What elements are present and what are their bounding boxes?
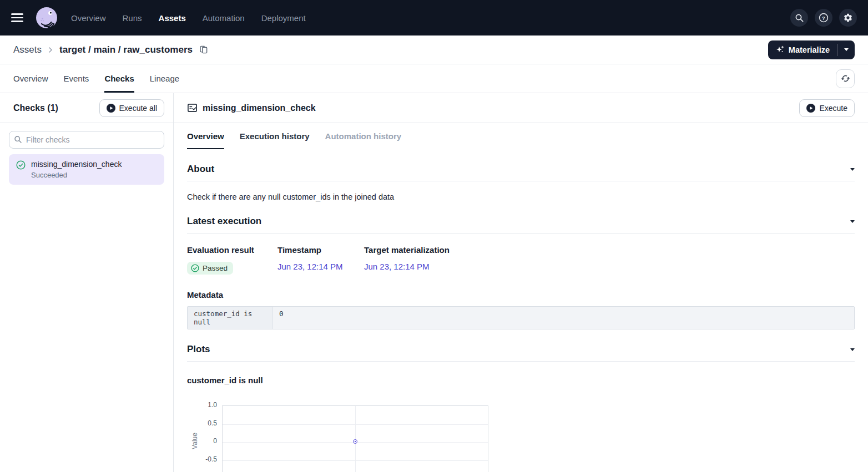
chevron-down-icon	[844, 48, 849, 51]
check-status: Succeeded	[31, 171, 122, 179]
breadcrumb-assets-link[interactable]: Assets	[13, 44, 42, 55]
materialize-button[interactable]: Materialize	[768, 40, 837, 59]
tab-lineage[interactable]: Lineage	[150, 64, 179, 93]
about-heading: About	[187, 164, 214, 175]
settings-button[interactable]	[839, 9, 857, 27]
asset-tabs-bar: Overview Events Checks Lineage	[0, 64, 868, 93]
subtab-execution-history[interactable]: Execution history	[240, 131, 310, 149]
execute-button[interactable]: Execute	[799, 99, 855, 117]
copy-icon	[199, 45, 209, 54]
metadata-value: 0	[272, 307, 854, 329]
execute-all-button[interactable]: Execute all	[99, 99, 164, 117]
check-name: missing_dimension_check	[31, 160, 122, 169]
y-tick: -0.5	[195, 455, 217, 463]
menu-icon[interactable]	[11, 13, 27, 22]
copy-button[interactable]	[199, 45, 209, 54]
target-materialization-link[interactable]: Jun 23, 12:14 PM	[364, 262, 430, 271]
svg-text:?: ?	[822, 15, 825, 21]
subtab-overview[interactable]: Overview	[187, 131, 224, 149]
breadcrumb-bar: Assets target / main / raw_customers Mat…	[0, 35, 868, 64]
latest-execution-heading: Latest execution	[187, 216, 261, 227]
check-detail-panel: missing_dimension_check Execute Overview…	[174, 93, 868, 472]
check-detail-tabs: Overview Execution history Automation hi…	[187, 123, 855, 149]
search-button[interactable]	[790, 9, 808, 27]
dagster-logo-icon[interactable]	[36, 7, 58, 29]
timestamp-label: Timestamp	[277, 245, 364, 255]
help-icon: ?	[819, 13, 829, 23]
metadata-heading: Metadata	[187, 290, 855, 300]
nav-item-deployment[interactable]: Deployment	[261, 13, 306, 23]
metadata-plot: Value 1.0 0.5 0 -0.5 -1.0 Jun 23, 12:14 …	[187, 400, 855, 472]
play-icon	[806, 104, 815, 113]
passed-badge: Passed	[187, 262, 233, 275]
main-nav: Overview Runs Assets Automation Deployme…	[71, 13, 306, 23]
subtab-automation-history[interactable]: Automation history	[325, 131, 402, 149]
search-icon	[14, 135, 22, 144]
nav-item-assets[interactable]: Assets	[159, 13, 186, 23]
collapse-latest-execution-icon[interactable]	[850, 220, 855, 223]
refresh-button[interactable]	[836, 69, 855, 88]
check-detail-title: missing_dimension_check	[203, 103, 316, 113]
collapse-plots-icon[interactable]	[850, 348, 855, 351]
tab-overview[interactable]: Overview	[13, 64, 48, 93]
help-button[interactable]: ?	[815, 9, 832, 27]
chevron-right-icon	[47, 46, 54, 54]
top-nav: Overview Runs Assets Automation Deployme…	[0, 0, 868, 35]
check-list-item[interactable]: missing_dimension_check Succeeded	[9, 154, 164, 185]
timestamp-link[interactable]: Jun 23, 12:14 PM	[277, 262, 343, 271]
tab-checks[interactable]: Checks	[104, 64, 134, 93]
evaluation-result-label: Evaluation result	[187, 245, 277, 255]
asset-key-path[interactable]: target / main / raw_customers	[59, 44, 193, 55]
data-point	[353, 439, 357, 444]
checks-sidebar: Checks (1) Execute all	[0, 93, 174, 472]
plot-area	[222, 405, 488, 472]
checks-count-title: Checks (1)	[13, 103, 58, 113]
plots-heading: Plots	[187, 344, 210, 355]
check-success-icon	[191, 264, 199, 272]
gear-icon	[843, 13, 853, 23]
y-tick: 1.0	[195, 401, 217, 409]
metadata-table: customer_id is null 0	[187, 306, 855, 329]
tab-events[interactable]: Events	[64, 64, 89, 93]
nav-item-automation[interactable]: Automation	[203, 13, 245, 23]
y-tick: 0.5	[195, 419, 217, 427]
nav-item-runs[interactable]: Runs	[123, 13, 142, 23]
metadata-key: customer_id is null	[188, 307, 272, 329]
y-tick: 0	[195, 437, 217, 445]
check-success-icon	[16, 160, 26, 170]
sparkle-icon	[776, 45, 784, 54]
search-icon	[795, 13, 804, 23]
checklist-icon	[187, 103, 198, 113]
check-description: Check if there are any null customer_ids…	[187, 192, 855, 201]
play-icon	[107, 104, 115, 113]
refresh-icon	[841, 74, 850, 83]
materialize-options-button[interactable]	[838, 40, 855, 59]
materialize-split-button: Materialize	[768, 40, 855, 59]
plot-title: customer_id is null	[187, 375, 855, 385]
filter-checks-input[interactable]	[9, 131, 164, 149]
collapse-about-icon[interactable]	[850, 168, 855, 171]
target-materialization-label: Target materialization	[364, 245, 450, 255]
breadcrumb: Assets target / main / raw_customers	[13, 44, 209, 55]
nav-item-overview[interactable]: Overview	[71, 13, 106, 23]
